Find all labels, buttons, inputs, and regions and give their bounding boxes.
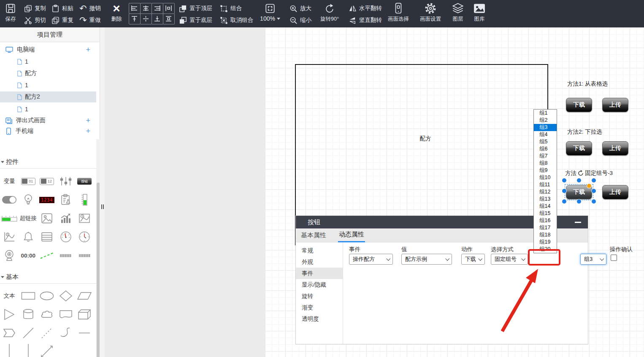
- method1-upload-button[interactable]: 上传: [602, 98, 628, 112]
- action-select[interactable]: 下载: [461, 254, 485, 265]
- cut-button[interactable]: 剪切: [24, 15, 46, 25]
- scrollbar-thumb[interactable]: [97, 183, 100, 357]
- save-button[interactable]: 保存: [3, 2, 19, 23]
- screen-settings-button[interactable]: 画面设置: [418, 2, 443, 23]
- dropdown-item[interactable]: 组11: [534, 181, 557, 188]
- widget-level-bar[interactable]: [75, 191, 94, 209]
- copy-button[interactable]: 复制: [24, 3, 46, 13]
- widget-recipe[interactable]: [57, 191, 76, 209]
- widget-gauge[interactable]: [57, 228, 76, 246]
- method3-title[interactable]: 方法固定组号-3: [565, 169, 613, 177]
- widget-dynamic-text[interactable]: [75, 246, 94, 265]
- tree-node-page[interactable]: 1: [0, 56, 96, 67]
- shape-triangle[interactable]: [0, 305, 19, 324]
- shape-text[interactable]: 文本: [0, 287, 19, 305]
- distribute-v-button[interactable]: [163, 13, 175, 24]
- menu-item-appearance[interactable]: 外观: [296, 256, 343, 268]
- add-mobile-button[interactable]: +: [86, 128, 90, 134]
- dropdown-item[interactable]: 组13: [534, 196, 557, 203]
- flip-h-button[interactable]: 水平翻转: [349, 3, 382, 13]
- widget-variable[interactable]: 变量: [0, 172, 19, 191]
- zoom-fit-button[interactable]: 100%: [258, 2, 282, 22]
- shape-flag[interactable]: [57, 305, 76, 324]
- dropdown-item-selected[interactable]: 组3: [534, 124, 557, 131]
- value-select[interactable]: 配方示例: [401, 254, 452, 265]
- method1-download-button[interactable]: 下载: [566, 98, 592, 112]
- widget-bar-chart[interactable]: [57, 209, 76, 228]
- dropdown-item[interactable]: 组12: [534, 188, 557, 196]
- shape-cylinder[interactable]: [19, 305, 38, 324]
- dropdown-item[interactable]: 组4: [534, 131, 557, 138]
- selection-handle-se[interactable]: [592, 199, 596, 204]
- tree-node-pc[interactable]: 电脑端 +: [0, 44, 96, 55]
- dropdown-item[interactable]: 组16: [534, 217, 557, 224]
- shape-ellipse[interactable]: [38, 287, 57, 305]
- selection-handle-n[interactable]: [577, 178, 581, 183]
- selection-handle-nw[interactable]: [562, 178, 566, 183]
- widget-trend-chart[interactable]: [0, 228, 19, 246]
- send-back-button[interactable]: 置于底层: [179, 15, 212, 25]
- dropdown-item[interactable]: 组10: [534, 174, 557, 181]
- undo-button[interactable]: ↶ 撤销: [79, 3, 101, 13]
- event-select[interactable]: 操作配方: [349, 254, 393, 265]
- dropdown-item[interactable]: 组6: [534, 145, 557, 153]
- widget-dashed-trend[interactable]: [38, 246, 57, 265]
- minimize-button[interactable]: [575, 222, 581, 223]
- dropdown-item[interactable]: 组7: [534, 153, 557, 160]
- confirm-checkbox[interactable]: [611, 255, 617, 261]
- widget-lamp[interactable]: [19, 191, 38, 209]
- zoom-in-button[interactable]: 放大: [290, 3, 311, 13]
- align-middle-v-button[interactable]: [140, 13, 152, 24]
- repeat-button[interactable]: 重复: [51, 15, 73, 25]
- ungroup-button[interactable]: 取消组合: [220, 15, 253, 25]
- controls-section-header[interactable]: 控件: [0, 156, 96, 169]
- gallery-button[interactable]: 图库: [469, 2, 490, 23]
- shape-rectangle[interactable]: [19, 287, 38, 305]
- dropdown-item[interactable]: 组8: [534, 160, 557, 167]
- method2-title[interactable]: 方法2: 下拉选: [567, 128, 602, 136]
- menu-item-gradient[interactable]: 渐变: [296, 302, 343, 313]
- shape-double-arrow[interactable]: [38, 342, 57, 357]
- layers-button[interactable]: 图层: [448, 2, 468, 23]
- widget-trend-text[interactable]: [57, 246, 76, 265]
- menu-item-rotate[interactable]: 旋转: [296, 290, 343, 302]
- widget-switch-12[interactable]: 12: [38, 172, 57, 191]
- align-left-button[interactable]: [129, 3, 141, 14]
- method2-download-button[interactable]: 下载: [566, 141, 592, 156]
- group-button[interactable]: 组合: [220, 3, 242, 13]
- align-top-button[interactable]: [129, 13, 141, 24]
- tree-node-popup[interactable]: 弹出式画面 +: [0, 115, 96, 126]
- widget-toggle[interactable]: [0, 191, 19, 209]
- align-center-h-button[interactable]: [140, 3, 152, 14]
- rotate90-button[interactable]: 旋转90°: [317, 2, 343, 23]
- zoom-out-button[interactable]: 缩小: [290, 15, 311, 25]
- add-screen-button[interactable]: +: [86, 47, 90, 53]
- widget-progress-bar[interactable]: [0, 209, 19, 228]
- bring-front-button[interactable]: 置于顶层: [179, 3, 212, 13]
- paste-button[interactable]: 粘贴: [51, 3, 73, 13]
- rotation-handle[interactable]: [587, 184, 591, 188]
- method2-upload-button[interactable]: 上传: [602, 141, 628, 156]
- basic-section-header[interactable]: 基本: [0, 271, 96, 284]
- dropdown-item[interactable]: 组2: [534, 117, 557, 124]
- screen-select-button[interactable]: 画面选择: [386, 2, 411, 23]
- widget-button[interactable]: 按钮: [75, 172, 94, 191]
- zoom-level-display[interactable]: 100%: [258, 15, 282, 22]
- tab-dynamic-properties[interactable]: 动态属性: [338, 228, 365, 242]
- dropdown-item[interactable]: 组5: [534, 138, 557, 145]
- selection-handle-ne[interactable]: [592, 178, 596, 183]
- widget-switch-01[interactable]: 01: [19, 172, 38, 191]
- shape-chevron[interactable]: [0, 324, 19, 342]
- shape-vline[interactable]: [0, 342, 19, 357]
- method1-title[interactable]: 方法1: 从表格选: [567, 80, 608, 88]
- panel-splitter[interactable]: [100, 27, 105, 357]
- shape-hline[interactable]: [75, 324, 94, 342]
- align-bottom-button[interactable]: [152, 13, 163, 24]
- menu-item-event[interactable]: 事件: [296, 268, 343, 279]
- tree-node-page-selected[interactable]: 配方2: [0, 91, 96, 102]
- dropdown-item[interactable]: 组19: [534, 239, 557, 246]
- shape-vline2[interactable]: [19, 342, 38, 357]
- selection-handle-s[interactable]: [577, 199, 581, 204]
- redo-button[interactable]: ↷ 重做: [79, 15, 101, 25]
- flip-v-button[interactable]: 竖直翻转: [349, 15, 382, 25]
